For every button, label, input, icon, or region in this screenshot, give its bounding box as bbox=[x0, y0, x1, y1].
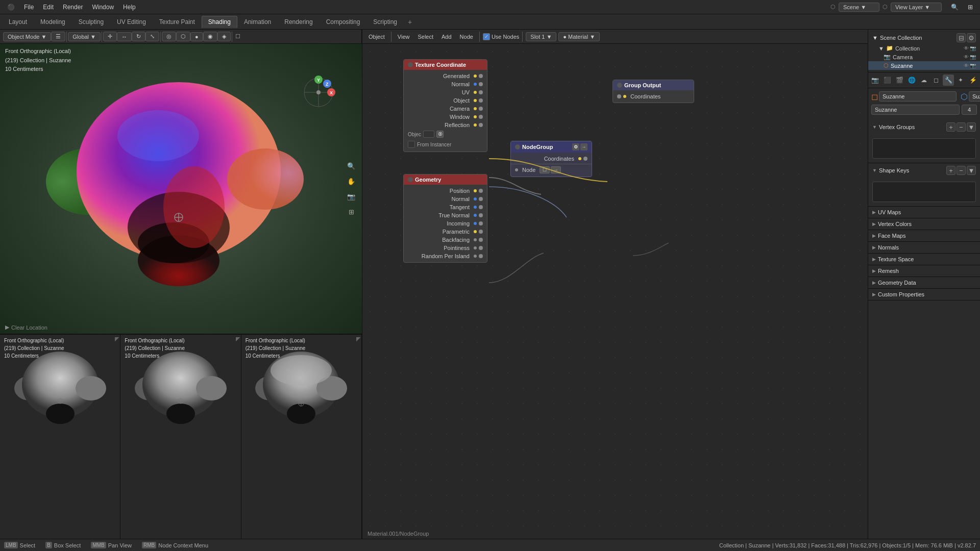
tc-obj-color-swatch[interactable] bbox=[423, 131, 434, 138]
tc-uv-socket[interactable] bbox=[474, 91, 477, 94]
sc-item-view[interactable]: 👁 bbox=[964, 45, 969, 51]
sc-item-render[interactable]: 📷 bbox=[970, 45, 976, 51]
tc-gen-socket[interactable] bbox=[474, 74, 477, 78]
ne-use-nodes-check[interactable]: ✓ Use Nodes bbox=[483, 33, 519, 40]
hand-icon[interactable]: ✋ bbox=[346, 176, 357, 187]
shading-solid-btn[interactable]: ● bbox=[190, 32, 203, 41]
ne-view-btn[interactable]: View bbox=[395, 33, 413, 40]
tab-scripting[interactable]: Scripting bbox=[366, 16, 404, 28]
view-layer-selector[interactable]: View Layer ▼ bbox=[891, 3, 942, 12]
geo-incoming-socket[interactable] bbox=[474, 222, 477, 225]
viewport-mode-btn[interactable]: Object Mode ▼ bbox=[3, 32, 51, 41]
group-output-node[interactable]: Group Output Coordinates bbox=[612, 80, 694, 103]
tab-uv-editing[interactable]: UV Editing bbox=[110, 16, 153, 28]
tab-animation[interactable]: Animation bbox=[237, 16, 278, 28]
prop-particles-icon[interactable]: ✦ bbox=[955, 74, 966, 86]
tc-win-socket[interactable] bbox=[474, 115, 477, 118]
camera-icon[interactable]: 📷 bbox=[346, 191, 357, 202]
prop-scene-icon[interactable]: 🌐 bbox=[906, 74, 917, 86]
gd-header[interactable]: ▶ Geometry Data bbox=[868, 277, 980, 288]
bottom-viewport-1[interactable]: Front Orthographic (Local) (219) Collect… bbox=[0, 335, 120, 539]
status-select[interactable]: LMB Select bbox=[4, 542, 35, 548]
prop-render-icon[interactable]: 📷 bbox=[869, 74, 880, 86]
menu-file[interactable]: File bbox=[20, 3, 38, 12]
uv-maps-header[interactable]: ▶ UV Maps bbox=[868, 207, 980, 218]
bottom-viewport-2[interactable]: Front Orthographic (Local) (219) Collect… bbox=[120, 335, 241, 539]
scale-btn[interactable]: ⤡ bbox=[145, 32, 159, 41]
sc-suzanne-render[interactable]: 📷 bbox=[970, 63, 976, 68]
status-box-select[interactable]: B Box Select bbox=[45, 542, 81, 548]
transform-btn[interactable]: Global ▼ bbox=[68, 32, 101, 41]
ts-header[interactable]: ▶ Texture Space bbox=[868, 254, 980, 265]
vertex-groups-header[interactable]: ▼ Vertex Groups + − ▼ bbox=[868, 120, 980, 134]
sk-more-btn[interactable]: ▼ bbox=[967, 166, 976, 175]
tc-obj-eyedropper[interactable]: ⦿ bbox=[436, 131, 444, 138]
filter-btn[interactable]: ⊞ bbox=[964, 3, 977, 12]
xray-toggle[interactable]: ☐ bbox=[233, 33, 242, 40]
ng-settings-btn[interactable]: ⚙ bbox=[572, 143, 579, 151]
status-context[interactable]: RMB Node Context Menu bbox=[142, 542, 208, 548]
zoom-icon[interactable]: 🔍 bbox=[346, 160, 357, 171]
ne-select-btn[interactable]: Select bbox=[414, 33, 436, 40]
tab-layout[interactable]: Layout bbox=[2, 16, 34, 28]
bv2-corner[interactable]: ◤ bbox=[236, 336, 240, 342]
sc-filter-btn[interactable]: ⊟ bbox=[957, 33, 966, 42]
overlay-btn[interactable]: ◎ bbox=[162, 32, 176, 41]
ng-node-in-socket[interactable] bbox=[515, 168, 518, 171]
geo-param-socket[interactable] bbox=[474, 230, 477, 233]
navigation-gizmo[interactable]: X Y Z bbox=[301, 74, 336, 110]
geo-random-socket[interactable] bbox=[474, 255, 477, 258]
tc-obj-socket[interactable] bbox=[474, 99, 477, 102]
obj-mesh-name[interactable] bbox=[871, 105, 960, 115]
tc-normal-socket[interactable] bbox=[474, 83, 477, 86]
ng-collapse[interactable] bbox=[515, 144, 520, 149]
geo-point-socket[interactable] bbox=[474, 246, 477, 249]
ne-node-btn[interactable]: Node bbox=[457, 33, 476, 40]
menu-window[interactable]: Window bbox=[88, 3, 118, 12]
prop-world-icon[interactable]: ☁ bbox=[918, 74, 929, 86]
tab-texture-paint[interactable]: Texture Paint bbox=[153, 16, 202, 28]
menu-render[interactable]: Render bbox=[59, 3, 87, 12]
sc-collection-item[interactable]: ▼ 📁 Collection 👁 📷 bbox=[868, 44, 980, 53]
sc-suzanne-item[interactable]: ⬡ Suzanne 👁 📷 bbox=[868, 61, 980, 70]
bv3-corner[interactable]: ◤ bbox=[356, 336, 360, 342]
go-collapse[interactable] bbox=[617, 83, 622, 88]
ng-node-btn1[interactable]: ☐ bbox=[540, 166, 550, 173]
tab-rendering[interactable]: Rendering bbox=[278, 16, 319, 28]
blender-logo[interactable]: ⚫ bbox=[3, 3, 19, 12]
tc-cam-socket[interactable] bbox=[474, 107, 477, 110]
clear-location[interactable]: ▶ Clear Location bbox=[5, 324, 47, 331]
ne-material-btn[interactable]: ● Material ▼ bbox=[558, 32, 600, 41]
sc-camera-view[interactable]: 👁 bbox=[964, 54, 969, 60]
tc-instancer-check[interactable] bbox=[408, 141, 415, 148]
ne-slot-btn[interactable]: Slot 1 ▼ bbox=[526, 32, 556, 41]
tab-modeling[interactable]: Modeling bbox=[34, 16, 72, 28]
normals-header[interactable]: ▶ Normals bbox=[868, 242, 980, 253]
tc-collapse[interactable] bbox=[408, 62, 413, 67]
ne-obj-btn[interactable]: Object bbox=[365, 33, 388, 40]
cp-header[interactable]: ▶ Custom Properties bbox=[868, 289, 980, 300]
geo-pos-socket[interactable] bbox=[474, 189, 477, 192]
shading-wire-btn[interactable]: ⬡ bbox=[176, 32, 190, 41]
shading-mat-btn[interactable]: ◉ bbox=[203, 32, 217, 41]
geo-back-socket[interactable] bbox=[474, 238, 477, 241]
prop-obj-icon[interactable]: ◻ bbox=[930, 74, 942, 86]
ne-add-btn[interactable]: Add bbox=[438, 33, 455, 40]
obj-name-field[interactable] bbox=[879, 91, 957, 102]
sk-add-btn[interactable]: + bbox=[946, 166, 955, 175]
use-nodes-checkbox[interactable]: ✓ bbox=[483, 33, 490, 40]
geo-tnormal-socket[interactable] bbox=[474, 214, 477, 217]
fm-header[interactable]: ▶ Face Maps bbox=[868, 230, 980, 241]
menu-help[interactable]: Help bbox=[119, 3, 140, 12]
status-pan[interactable]: MMB Pan View bbox=[91, 542, 132, 548]
tab-shading[interactable]: Shading bbox=[202, 16, 237, 28]
prop-physics-icon[interactable]: ⚡ bbox=[967, 74, 978, 86]
ng-node-btn2[interactable]: → bbox=[551, 166, 561, 173]
sc-settings-btn[interactable]: ⚙ bbox=[967, 33, 976, 42]
shading-render-btn[interactable]: ◈ bbox=[217, 32, 231, 41]
bv1-corner[interactable]: ◤ bbox=[115, 336, 119, 342]
menu-edit[interactable]: Edit bbox=[39, 3, 58, 12]
viewport-menu-btn[interactable]: ☰ bbox=[51, 32, 65, 41]
scene-selector[interactable]: Scene ▼ bbox=[839, 3, 879, 12]
prop-view-icon[interactable]: 🎬 bbox=[894, 74, 905, 86]
